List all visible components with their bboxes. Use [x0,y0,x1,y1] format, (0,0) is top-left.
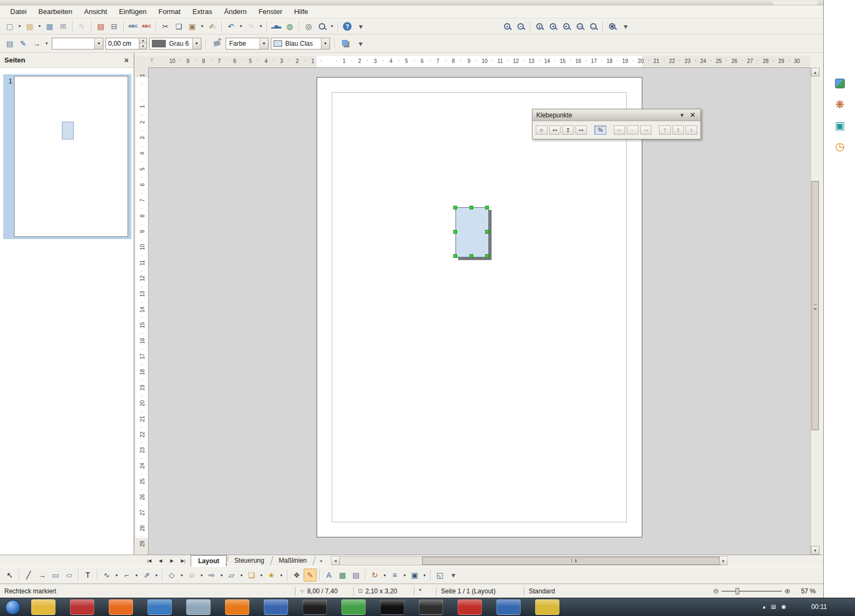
zoom-next-button[interactable]: ▸ [560,20,573,33]
area-style-button[interactable] [211,37,223,50]
spin-down-icon[interactable]: ▼ [139,44,146,49]
scroll-down-icon[interactable]: ▼ [811,546,819,555]
spin-up-icon[interactable]: ▲ [139,38,146,44]
glue-point-vertical-center-button[interactable]: ⇕ [672,125,684,135]
arrow-style-button[interactable]: → [30,37,43,50]
line-style-dropdown-arrow[interactable]: ▾ [94,38,103,49]
taskbar-app-5[interactable] [186,599,211,615]
close-icon[interactable]: × [123,56,130,65]
menu-ansicht[interactable]: Ansicht [78,6,113,17]
autospellcheck-button[interactable]: ABC [140,20,153,33]
lines-arrows-tool[interactable]: ⇗ [140,569,153,582]
shadow-button[interactable] [339,37,352,50]
start-button[interactable] [5,600,20,615]
open-button[interactable]: ▤ [23,20,36,33]
chevron-down-icon[interactable]: ▼ [675,113,689,118]
fill-type-select[interactable]: Farbe ▾ [226,38,269,50]
glue-point-horizontal-right-button[interactable]: ⇒ [640,125,652,135]
edit-points-button[interactable]: ✎ [17,37,30,50]
lines-arrows-tool-dropdown[interactable]: ▾ [153,573,159,578]
taskbar-app-7[interactable] [264,599,288,615]
exit-direction-right-button[interactable]: ↦ [576,125,587,135]
callouts-tool[interactable]: ❏ [245,569,258,582]
tray-icon-1[interactable]: ▴ [763,604,766,610]
page-indicator[interactable]: Seite 1 / 1 (Layout) [437,584,524,598]
tray-icon-2[interactable]: ▤ [771,604,776,610]
zoom-slider[interactable] [721,587,782,595]
edit-file-button[interactable]: ✎ [75,20,88,33]
rotate-tool-dropdown[interactable]: ▾ [382,573,388,578]
menu-format[interactable]: Format [152,6,186,17]
zoom-in-button[interactable]: + [501,20,514,33]
menu-fenster[interactable]: Fenster [253,6,288,17]
paste-button[interactable]: ▣ [186,20,199,33]
selection-handle[interactable] [485,230,489,234]
insert-glue-point-button[interactable]: ⊹ [536,125,548,135]
paste-button-dropdown[interactable]: ▾ [199,24,205,29]
zoom-button[interactable] [316,20,328,33]
exit-direction-top-button[interactable]: ↥ [562,125,574,135]
zoom-out-button[interactable]: − [514,20,527,33]
symbol-shapes-tool[interactable]: ☺ [185,569,198,582]
zoom-slider-thumb[interactable] [735,588,739,594]
fill-color-dropdown-arrow[interactable]: ▾ [321,38,330,49]
zoom-100-button[interactable]: 1 [533,20,546,33]
menu-hilfe[interactable]: Hilfe [288,6,314,17]
horizontal-scrollbar[interactable]: ◄ ► [331,556,728,565]
next-page-button[interactable]: ▶ [166,556,177,566]
stars-tool[interactable]: ★ [265,569,278,582]
block-arrows-tool[interactable]: ⇨ [205,569,218,582]
previous-page-button[interactable]: ◀ [155,556,166,566]
symbol-shapes-tool-dropdown[interactable]: ▾ [199,573,205,578]
glue-point-vertical-top-button[interactable]: ⇑ [659,125,671,135]
zoom-button-dropdown[interactable]: ▾ [329,24,335,29]
menu-einfuegen[interactable]: Einfügen [113,6,152,17]
page-thumbnail[interactable]: 1 [3,74,131,239]
line-tool[interactable]: ╱ [22,569,35,582]
fill-color-select[interactable]: Blau Clas ▾ [271,38,330,50]
vertical-scrollbar-thumb[interactable] [811,181,819,430]
selection-handle[interactable] [453,254,457,258]
flowchart-tool[interactable]: ▱ [225,569,238,582]
glue-point-horizontal-left-button[interactable]: ⇐ [614,125,626,135]
glue-point-vertical-bottom-button[interactable]: ⇓ [685,125,697,135]
curve-tool-dropdown[interactable]: ▾ [114,573,120,578]
zoom-value[interactable]: 57 % [793,587,816,595]
zoom-entire-page-button[interactable]: ▭ [573,20,586,33]
undo-button[interactable]: ↶ [225,20,237,33]
taskbar-app-13[interactable] [496,599,521,615]
help-button[interactable]: ? [341,20,354,33]
desktop-shortcut-star[interactable]: ❋ [833,97,847,111]
redo-button-dropdown[interactable]: ▾ [258,24,264,29]
zoom-out-icon[interactable]: ⊖ [713,587,719,595]
toolbar-options-button[interactable]: ▾ [354,20,367,33]
taskbar-app-1[interactable] [31,599,55,615]
arrow-style-button-dropdown[interactable]: ▾ [44,41,50,46]
zoom-in-icon[interactable]: ⊕ [784,587,790,595]
bas ic-shapes-tool[interactable]: ◇ [165,569,178,582]
scroll-up-icon[interactable]: ▲ [811,68,819,76]
select-tool[interactable]: ↖ [3,569,16,582]
insert-image-tool[interactable]: ▦ [336,569,349,582]
print-button[interactable]: ⊟ [108,20,121,33]
taskbar-app-4[interactable] [148,599,172,615]
line-style-select[interactable]: ▾ [52,38,103,50]
taskbar-app-10[interactable] [380,599,404,615]
taskbar-app-11[interactable] [419,599,443,615]
taskbar-app-2[interactable] [70,599,94,615]
selection-handle[interactable] [485,254,489,258]
menu-extras[interactable]: Extras [186,6,218,17]
rectangle-tool[interactable]: ▭ [49,569,62,582]
menu-datei[interactable]: Datei [4,6,32,17]
open-button-dropdown[interactable]: ▾ [37,24,43,29]
selection-handle[interactable] [469,206,473,209]
new-button[interactable]: ▢ [3,20,16,33]
last-page-button[interactable]: ▶| [178,556,188,566]
flowchart-tool-dropdown[interactable]: ▾ [239,573,244,578]
tab-steuerung[interactable]: Steuerung [227,555,271,566]
alignment-tool[interactable]: ≡ [388,569,401,582]
exit-direction-left-button[interactable]: ↤ [549,125,561,135]
cut-button[interactable]: ✂ [159,20,172,33]
clock[interactable]: 00:11 [811,603,827,611]
selection-handle[interactable] [453,206,457,209]
